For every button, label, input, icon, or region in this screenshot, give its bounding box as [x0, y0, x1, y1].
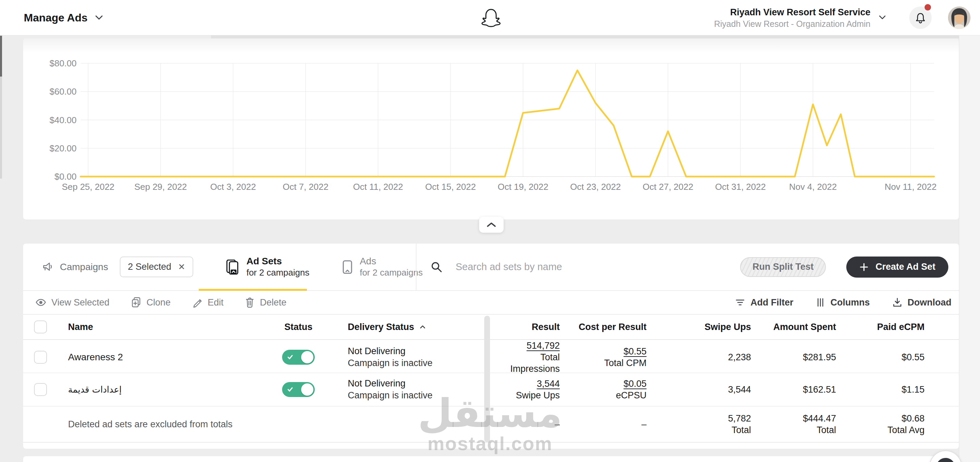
- cost-label: eCPSU: [560, 389, 646, 401]
- delete-label: Delete: [260, 297, 286, 308]
- tab-ad-sets[interactable]: Ad Sets for 2 campaigns: [226, 256, 309, 278]
- status-toggle[interactable]: [282, 382, 315, 397]
- add-filter-label: Add Filter: [750, 297, 793, 308]
- ad-sets-panel: Campaigns 2 Selected ✕ Ad Sets for 2 cam…: [23, 244, 959, 449]
- edit-button[interactable]: Edit: [192, 297, 224, 308]
- panel-buttons: Run Split Test Create Ad Set: [740, 244, 948, 290]
- table-tools: Add Filter Columns Download: [713, 297, 951, 308]
- table-scroll-divider[interactable]: [484, 316, 490, 442]
- account-chevron-down-icon[interactable]: [878, 15, 886, 20]
- search-input[interactable]: [456, 261, 673, 273]
- top-header: Manage Ads Riyadh View Resort Self Servi…: [0, 0, 980, 35]
- svg-text:Oct 19, 2022: Oct 19, 2022: [498, 182, 549, 192]
- clone-icon: [130, 297, 142, 308]
- svg-text:$20.00: $20.00: [49, 143, 76, 154]
- col-header-delivery[interactable]: Delivery Status: [331, 322, 457, 332]
- swipe-ups-value: 3,544: [646, 384, 751, 395]
- spend-chart: $0.00$20.00$40.00$60.00$80.00Sep 25, 202…: [23, 38, 959, 219]
- col-header-swipes: Swipe Ups: [646, 322, 751, 332]
- col-header-result: Result: [489, 322, 560, 332]
- svg-text:Nov 11, 2022: Nov 11, 2022: [885, 182, 937, 192]
- delivery-status: Not Delivering: [348, 378, 457, 389]
- amount-spent-value: $281.95: [751, 351, 836, 363]
- amount-spent-value: $162.51: [751, 384, 836, 395]
- notification-badge: [924, 4, 931, 11]
- col-header-status: Status: [266, 322, 331, 332]
- manage-ads-menu[interactable]: Manage Ads: [24, 0, 103, 35]
- snapchat-ghost-icon: [481, 8, 501, 27]
- result-value-link[interactable]: 514,792: [527, 341, 560, 351]
- ad-set-name[interactable]: إعدادات قديمة: [68, 384, 266, 395]
- tab-ads-title: Ads: [360, 256, 423, 267]
- view-selected-button[interactable]: View Selected: [35, 297, 110, 308]
- result-value-link[interactable]: 3,544: [537, 379, 560, 389]
- create-ad-set-button[interactable]: Create Ad Set: [846, 257, 948, 278]
- cost-value-link[interactable]: $0.55: [624, 346, 646, 357]
- svg-text:$40.00: $40.00: [49, 115, 76, 125]
- totals-cost: –: [560, 418, 646, 430]
- avatar-bitmoji-icon: [948, 6, 970, 29]
- totals-ecpm-value: $0.68: [836, 413, 924, 424]
- totals-spent-value: $444.47: [751, 413, 836, 424]
- snapchat-ghost-logo[interactable]: [481, 8, 501, 27]
- tab-ads[interactable]: Ads for 2 campaigns: [342, 256, 423, 278]
- svg-text:Oct 23, 2022: Oct 23, 2022: [570, 182, 621, 192]
- cost-value-link[interactable]: $0.05: [624, 379, 646, 389]
- totals-ecpm-label: Total Avg: [836, 424, 924, 436]
- pencil-icon: [192, 297, 202, 308]
- campaigns-selected-chip[interactable]: 2 Selected ✕: [120, 257, 194, 277]
- account-name: Riyadh View Resort Self Service: [730, 6, 870, 18]
- svg-text:Oct 15, 2022: Oct 15, 2022: [425, 182, 476, 192]
- account-info[interactable]: Riyadh View Resort Self Service Riyadh V…: [714, 0, 870, 35]
- columns-button[interactable]: Columns: [816, 297, 870, 308]
- col-header-name: Name: [68, 322, 266, 332]
- svg-text:Oct 7, 2022: Oct 7, 2022: [283, 182, 328, 192]
- collapse-chart-button[interactable]: [479, 217, 504, 233]
- help-icon: [936, 458, 955, 462]
- tab-campaigns[interactable]: Campaigns: [43, 262, 108, 273]
- filter-icon: [735, 298, 745, 307]
- edit-label: Edit: [208, 297, 224, 308]
- avatar[interactable]: [948, 6, 970, 29]
- ad-set-name[interactable]: Awareness 2: [68, 352, 266, 363]
- select-all-checkbox[interactable]: [34, 321, 47, 333]
- paid-ecpm-value: $1.15: [836, 384, 924, 395]
- scrolled-content-edge: [211, 35, 959, 38]
- chip-label: 2 Selected: [128, 262, 172, 272]
- tabs-divider: [416, 244, 417, 290]
- col-header-ecpm: Paid eCPM: [836, 322, 924, 332]
- left-scrollbar-track: [0, 76, 2, 179]
- run-split-test-label: Run Split Test: [752, 262, 814, 272]
- svg-text:$0.00: $0.00: [54, 171, 76, 182]
- svg-text:Oct 31, 2022: Oct 31, 2022: [715, 182, 766, 192]
- svg-text:Sep 29, 2022: Sep 29, 2022: [134, 182, 187, 192]
- totals-swipes-label: Total: [646, 424, 751, 436]
- row-checkbox[interactable]: [34, 383, 47, 396]
- tab-campaigns-label: Campaigns: [60, 262, 108, 273]
- check-icon: [288, 355, 293, 360]
- status-toggle[interactable]: [282, 350, 315, 365]
- clone-button[interactable]: Clone: [130, 297, 171, 308]
- tab-ad-sets-title: Ad Sets: [247, 256, 309, 267]
- left-scrollbar-fragment[interactable]: [0, 36, 2, 76]
- totals-spent-label: Total: [751, 424, 836, 436]
- next-section-edge: [23, 456, 959, 462]
- download-button[interactable]: Download: [892, 297, 951, 308]
- col-header-spent: Amount Spent: [751, 322, 836, 332]
- add-filter-button[interactable]: Add Filter: [735, 297, 793, 308]
- result-label: Total Impressions: [489, 351, 560, 375]
- right-gutter: [959, 35, 980, 462]
- delete-button[interactable]: Delete: [245, 297, 286, 308]
- clear-selection-icon[interactable]: ✕: [178, 262, 185, 272]
- result-label: Swipe Ups: [489, 389, 560, 401]
- columns-label: Columns: [830, 297, 870, 308]
- swipe-ups-value: 2,238: [646, 351, 751, 363]
- active-tab-underline: [199, 289, 307, 291]
- row-checkbox[interactable]: [34, 351, 47, 364]
- sort-ascending-icon: [420, 325, 426, 329]
- run-split-test-button[interactable]: Run Split Test: [740, 257, 826, 277]
- svg-text:$80.00: $80.00: [49, 58, 76, 68]
- spend-chart-card: $0.00$20.00$40.00$60.00$80.00Sep 25, 202…: [23, 38, 959, 219]
- bell-icon: [915, 12, 926, 24]
- svg-text:Oct 11, 2022: Oct 11, 2022: [353, 182, 403, 192]
